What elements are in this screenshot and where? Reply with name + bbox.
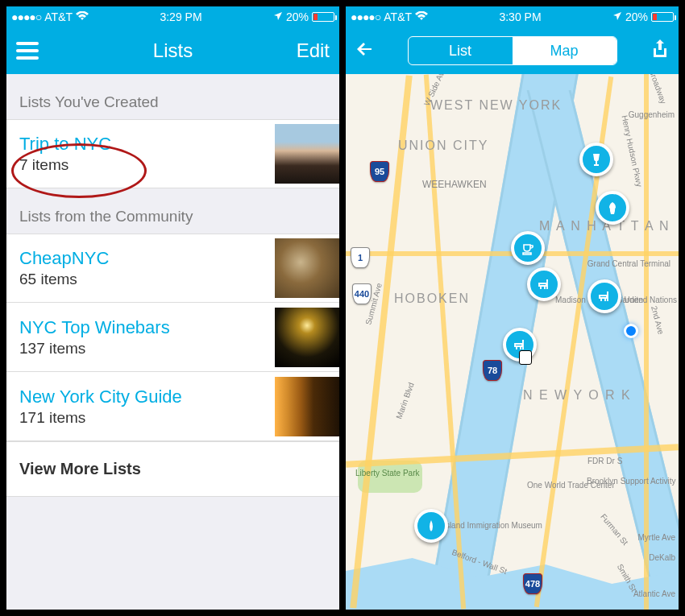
- right-screenshot: ●●●●○ AT&T 3:30 PM 20% List Map: [346, 6, 679, 610]
- section-header-created: Lists You've Created: [6, 74, 339, 119]
- location-icon: [612, 10, 622, 23]
- list-item-thumbnail: [275, 124, 339, 184]
- status-bar: ●●●●○ AT&T 3:29 PM 20%: [6, 6, 339, 27]
- lists-content: Lists You've Created Trip to NYC 7 items…: [6, 74, 339, 610]
- nav-bar: List Map: [346, 27, 679, 74]
- list-item-winebars[interactable]: NYC Top Winebars 137 items: [6, 303, 339, 372]
- list-item-thumbnail: [275, 238, 339, 298]
- carrier-label: AT&T: [384, 10, 412, 23]
- map-marker-small[interactable]: [519, 350, 532, 365]
- list-item-title: CheapNYC: [19, 248, 268, 269]
- segmented-control: List Map: [408, 36, 617, 65]
- nav-bar: Lists Edit: [6, 27, 339, 74]
- user-location-dot: [624, 324, 638, 338]
- battery-icon: [651, 12, 674, 22]
- route-shield: 1: [351, 247, 370, 268]
- map-pin[interactable]: [527, 267, 561, 301]
- route-shield: 78: [483, 360, 502, 381]
- route-shield: 95: [370, 161, 389, 182]
- map-pin[interactable]: [596, 191, 629, 225]
- battery-pct: 20%: [625, 10, 648, 23]
- segment-map[interactable]: Map: [513, 37, 616, 64]
- battery-icon: [312, 12, 334, 22]
- menu-icon: [16, 42, 39, 60]
- route-shield: 440: [352, 283, 372, 304]
- list-item-trip-nyc[interactable]: Trip to NYC 7 items: [6, 119, 339, 188]
- route-shield: 478: [523, 573, 542, 594]
- section-header-community: Lists from the Community: [6, 188, 339, 234]
- segment-list[interactable]: List: [409, 37, 513, 64]
- location-icon: [273, 10, 283, 23]
- list-item-title: New York City Guide: [19, 387, 268, 407]
- page-title: Lists: [56, 39, 289, 62]
- carrier-label: AT&T: [44, 10, 73, 23]
- wifi-icon: [415, 10, 428, 23]
- battery-pct: 20%: [286, 10, 309, 23]
- list-item-thumbnail: [275, 308, 339, 367]
- list-item-subtitle: 171 items: [19, 409, 268, 427]
- map-view[interactable]: WEST NEW YORK UNION CITY WEEHAWKEN HOBOK…: [346, 74, 679, 610]
- left-screenshot: ●●●●○ AT&T 3:29 PM 20% Lists Edit: [6, 6, 339, 610]
- map-pin[interactable]: [579, 143, 613, 176]
- list-item-title: Trip to NYC: [19, 134, 268, 155]
- list-item-thumbnail: [275, 377, 339, 436]
- back-button[interactable]: [355, 37, 383, 64]
- share-button[interactable]: [641, 39, 669, 63]
- list-item-city-guide[interactable]: New York City Guide 171 items: [6, 372, 339, 441]
- map-pin[interactable]: [511, 231, 545, 265]
- menu-button[interactable]: [16, 42, 56, 60]
- signal-dots: ●●●●○: [351, 10, 380, 23]
- wifi-icon: [76, 10, 89, 23]
- list-item-subtitle: 7 items: [19, 156, 268, 174]
- list-item-subtitle: 65 items: [19, 271, 268, 288]
- signal-dots: ●●●●○: [11, 10, 41, 23]
- clock: 3:29 PM: [160, 10, 201, 23]
- clock: 3:30 PM: [499, 10, 541, 23]
- map-pin[interactable]: [587, 279, 621, 313]
- status-bar: ●●●●○ AT&T 3:30 PM 20%: [346, 6, 679, 27]
- map-pin[interactable]: [414, 509, 448, 543]
- list-item-subtitle: 137 items: [19, 340, 268, 358]
- view-more-button[interactable]: View More Lists: [6, 441, 339, 497]
- list-item-cheapnyc[interactable]: CheapNYC 65 items: [6, 234, 339, 303]
- list-item-title: NYC Top Winebars: [19, 317, 268, 338]
- edit-button[interactable]: Edit: [289, 39, 330, 62]
